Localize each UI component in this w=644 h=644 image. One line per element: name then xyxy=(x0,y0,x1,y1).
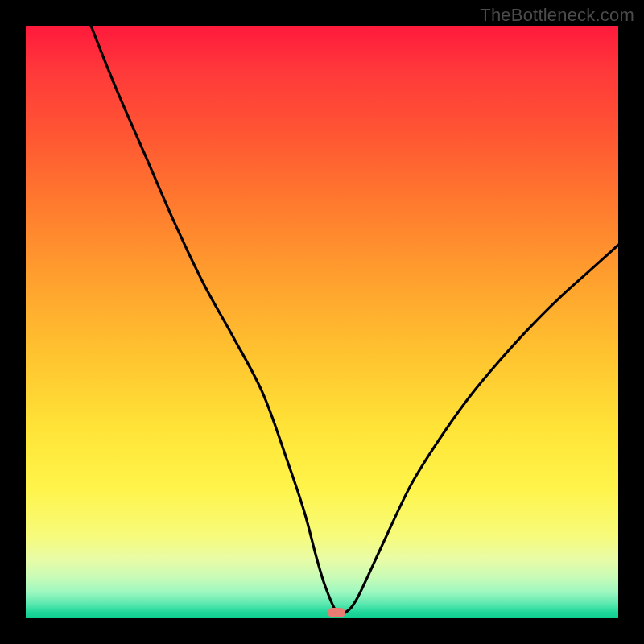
watermark-text: TheBottleneck.com xyxy=(480,5,634,26)
curve-layer xyxy=(26,26,618,618)
plot-area xyxy=(26,26,618,618)
optimum-marker xyxy=(328,608,345,617)
bottleneck-curve xyxy=(91,26,618,615)
chart-frame: TheBottleneck.com xyxy=(0,0,644,644)
